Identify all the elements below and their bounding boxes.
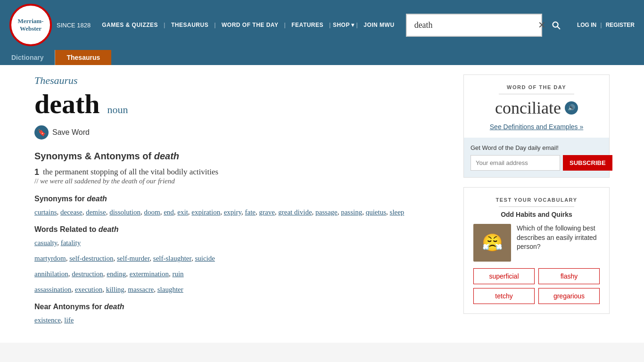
search-area: ✕ [406, 14, 570, 37]
syn-decease[interactable]: decease [60, 208, 83, 216]
related-group2: martyrdom, self-destruction, self-murder… [34, 252, 449, 265]
quiz-option-gregarious[interactable]: gregarious [538, 288, 600, 304]
quiz-title: Odd Habits and Quirks [473, 211, 600, 218]
quiz-divider [499, 206, 575, 207]
since-text: SINCE 1828 [57, 22, 91, 29]
quiz-option-flashy[interactable]: flashy [538, 268, 600, 284]
rel-execution[interactable]: execution [75, 286, 102, 293]
rel-assassination[interactable]: assassination [34, 286, 71, 293]
wotd-see-link[interactable]: See Definitions and Examples » [490, 123, 583, 131]
rel-self-destruction[interactable]: self-destruction [69, 255, 113, 262]
syn-end[interactable]: end [164, 208, 174, 216]
wotd-divider [499, 94, 575, 94]
rel-ruin[interactable]: ruin [172, 270, 183, 278]
rel-self-slaughter[interactable]: self-slaughter [153, 255, 191, 262]
rel-slaughter[interactable]: slaughter [157, 286, 183, 293]
wotd-word-text: conciliate [495, 98, 561, 118]
rel-ending[interactable]: ending [107, 270, 126, 278]
word-title-area: death noun [34, 90, 449, 118]
syn-expiration[interactable]: expiration [191, 208, 220, 216]
syn-passage[interactable]: passage [315, 208, 338, 216]
word-pos: noun [107, 104, 128, 116]
quiz-card: TEST YOUR VOCABULARY Odd Habits and Quir… [463, 187, 610, 314]
syn-sleep[interactable]: sleep [390, 208, 405, 216]
wotd-card: WORD OF THE DAY conciliate 🔊 See Definit… [463, 74, 610, 178]
syn-doom[interactable]: doom [144, 208, 160, 216]
example-sentence: we were all saddened by the death of our… [34, 177, 449, 185]
wotd-email-section: Get Word of the Day daily email! SUBSCRI… [464, 138, 609, 177]
syn-exit[interactable]: exit [177, 208, 188, 216]
bookmark-icon: 🔖 [34, 125, 49, 140]
logo[interactable]: Merriam- Webster [9, 4, 52, 46]
logo-area: Merriam- Webster SINCE 1828 [9, 4, 91, 46]
main-content: Thesaurus death noun 🔖 Save Word Synonym… [34, 74, 449, 333]
quiz-label: TEST YOUR VOCABULARY [473, 197, 600, 203]
wotd-label: WORD OF THE DAY [473, 84, 600, 90]
quiz-option-superficial[interactable]: superficial [473, 268, 535, 284]
rel-self-murder[interactable]: self-murder [117, 255, 149, 262]
header-auth: LOG IN | REGISTER [577, 22, 635, 28]
thesaurus-label: Thesaurus [34, 74, 449, 87]
subscribe-button[interactable]: SUBSCRIBE [563, 155, 612, 171]
search-clear-button[interactable]: ✕ [538, 19, 546, 31]
save-word-area[interactable]: 🔖 Save Word [34, 125, 449, 140]
search-input[interactable] [406, 14, 542, 37]
rel-casualty[interactable]: casualty [34, 239, 57, 247]
synonyms-section: Synonyms for death curtains, decease, de… [34, 195, 449, 219]
syn-fate[interactable]: fate [245, 208, 256, 216]
def-number: 1 [34, 167, 39, 177]
definition-text: the permanent stopping of all the vital … [43, 167, 218, 176]
speaker-icon: 🔊 [568, 104, 575, 112]
quiz-image: 😤 [473, 224, 511, 262]
syn-curtains[interactable]: curtains [34, 208, 57, 216]
synonyms-list: curtains, decease, demise, dissolution, … [34, 206, 449, 219]
rel-suicide[interactable]: suicide [195, 255, 215, 262]
rel-destruction[interactable]: destruction [72, 270, 103, 278]
audio-button[interactable]: 🔊 [565, 101, 578, 115]
nav-features[interactable]: FEATURES [288, 20, 327, 30]
syn-demise[interactable]: demise [86, 208, 106, 216]
syn-great-divide[interactable]: great divide [278, 208, 312, 216]
synonyms-label: Synonyms for death [34, 195, 449, 203]
ant-existence[interactable]: existence [34, 316, 61, 324]
antonyms-label: Near Antonyms for death [34, 303, 449, 311]
nav-thesaurus[interactable]: THESAURUS [167, 20, 212, 30]
search-icon [551, 20, 561, 30]
antonyms-list: existence, life [34, 314, 449, 327]
nav-games[interactable]: GAMES & QUIZZES [98, 20, 162, 30]
tab-thesaurus[interactable]: Thesaurus [55, 50, 111, 65]
quiz-image-question: 😤 Which of the following best describes … [473, 224, 600, 262]
rel-massacre[interactable]: massacre [128, 286, 154, 293]
syn-dissolution[interactable]: dissolution [109, 208, 140, 216]
login-link[interactable]: LOG IN [577, 22, 596, 28]
word-title: death [34, 90, 100, 118]
rel-annihilation[interactable]: annihilation [34, 270, 68, 278]
save-word-text: Save Word [52, 128, 90, 137]
chevron-down-icon: ▾ [351, 22, 355, 28]
nav-word-of-day[interactable]: WORD OF THE DAY [218, 20, 282, 30]
syn-quietus[interactable]: quietus [366, 208, 386, 216]
related-group1: casualty, fatality [34, 237, 449, 249]
quiz-option-tetchy[interactable]: tetchy [473, 288, 535, 304]
nav-join[interactable]: JOIN MWU [360, 20, 398, 30]
quiz-options: superficial flashy tetchy gregarious [473, 268, 600, 304]
related-section: Words Related to death casualty, fatalit… [34, 225, 449, 296]
related-group4: assassination, execution, killing, massa… [34, 283, 449, 296]
search-button[interactable] [542, 14, 570, 37]
nav-shop[interactable]: SHOP ▾ [333, 22, 355, 28]
rel-extermination[interactable]: extermination [130, 270, 169, 278]
rel-killing[interactable]: killing [106, 286, 124, 293]
syn-expiry[interactable]: expiry [224, 208, 241, 216]
rel-martyrdom[interactable]: martyrdom [34, 255, 66, 262]
main-nav: GAMES & QUIZZES | THESAURUS | WORD OF TH… [98, 20, 398, 30]
register-link[interactable]: REGISTER [606, 22, 635, 28]
wotd-word-area: conciliate 🔊 [473, 98, 600, 118]
ant-life[interactable]: life [64, 316, 74, 324]
rel-fatality[interactable]: fatality [61, 239, 81, 247]
email-input[interactable] [471, 155, 560, 171]
tab-dictionary[interactable]: Dictionary [0, 50, 55, 65]
syn-passing[interactable]: passing [341, 208, 362, 216]
related-label: Words Related to death [34, 225, 449, 234]
syn-grave[interactable]: grave [259, 208, 275, 216]
logo-text: Merriam- Webster [18, 17, 44, 32]
